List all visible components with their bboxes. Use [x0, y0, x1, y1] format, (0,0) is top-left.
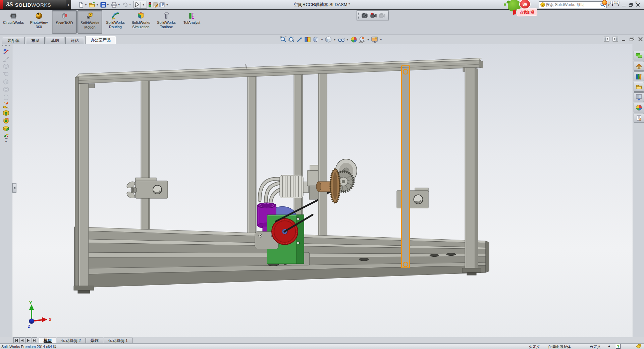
graphics-viewport[interactable]: Y X Z — [12, 44, 633, 337]
previous-view-icon[interactable] — [296, 36, 303, 43]
assembly-model[interactable] — [12, 44, 633, 337]
tab-model[interactable]: 模型 — [39, 338, 56, 343]
tab-motion-study-2[interactable]: 运动算例 2 — [57, 338, 86, 343]
chevron-down-icon[interactable]: ▼ — [346, 38, 349, 41]
tab-file-explorer[interactable] — [634, 82, 644, 92]
minimize-document-icon[interactable] — [621, 37, 626, 42]
addin-solidworks-toolbox[interactable]: SolidWorksToolbox — [154, 10, 179, 34]
edit-appearance-icon[interactable] — [350, 36, 358, 43]
mate-icon[interactable] — [2, 132, 10, 140]
addin-solidworks-motion[interactable]: SolidWorksMotion — [77, 10, 102, 34]
chevron-down-icon[interactable]: ▼ — [367, 38, 370, 41]
chevron-down-icon[interactable]: ▼ — [380, 38, 382, 41]
options-button[interactable]: ▼ — [159, 1, 170, 9]
snapshot-camera-icon[interactable] — [361, 12, 369, 19]
open-button[interactable]: ▼ — [89, 1, 100, 9]
chevron-down-icon[interactable]: ▼ — [142, 3, 145, 6]
3d-sketch-icon[interactable]: 3D — [2, 47, 10, 55]
view-settings-icon[interactable] — [371, 36, 378, 43]
tab-office-products[interactable]: 办公室产品 — [85, 36, 116, 44]
zoom-to-area-icon[interactable] — [288, 36, 295, 43]
toolbar-grip[interactable] — [358, 11, 360, 19]
addin-label2: 360 — [36, 25, 42, 29]
tab-resources[interactable] — [634, 61, 644, 71]
tab-forum[interactable] — [634, 51, 644, 60]
chevron-down-icon[interactable]: ▼ — [107, 3, 109, 6]
chevron-down-icon[interactable]: ▼ — [96, 3, 99, 6]
quick-tip-icon[interactable]: ? — [616, 344, 621, 349]
chevron-down-icon[interactable]: ▼ — [166, 3, 169, 6]
rebuild-button[interactable] — [148, 1, 152, 9]
screen-capture-toolbar — [357, 10, 389, 20]
undo-button[interactable]: ▼ — [122, 1, 133, 9]
section-view-icon[interactable] — [304, 36, 311, 43]
tab-assembly[interactable]: 装配体 — [2, 37, 25, 44]
exploded-view-icon[interactable] — [2, 124, 10, 132]
first-tab-button[interactable] — [13, 337, 19, 343]
tab-design-library[interactable] — [634, 71, 644, 81]
user-name: reeve — [609, 0, 619, 5]
file-properties-button[interactable] — [152, 1, 159, 9]
menu-expand-arrow[interactable]: ▶ — [66, 0, 71, 9]
tab-evaluate[interactable]: 评估 — [65, 37, 84, 44]
vertical-slide-bar-2[interactable] — [248, 77, 256, 233]
toolbar-overflow-chevron-icon[interactable]: ▼ — [0, 140, 12, 143]
brown-crown-gear[interactable] — [330, 169, 340, 203]
apply-scene-icon[interactable] — [358, 36, 366, 43]
tolanalyst-icon — [187, 11, 196, 20]
save-button[interactable]: ▼ — [100, 1, 111, 9]
tab-motion-study-1[interactable]: 运动算例 1 — [104, 338, 132, 343]
pane-left-icon[interactable] — [604, 37, 609, 42]
triad-z-label: Z — [28, 324, 30, 329]
finned-cylinder[interactable] — [280, 175, 309, 198]
addin-circuitworks[interactable]: CircuitWorks — [1, 10, 26, 34]
addin-solidworks-simulation[interactable]: SolidWorksSimulation — [128, 10, 153, 34]
help-search-box[interactable]: ? — [539, 1, 607, 8]
addin-tolanalyst[interactable]: TolAnalyst — [179, 10, 204, 34]
tag-icon[interactable] — [636, 344, 641, 349]
left-slider-block[interactable] — [126, 178, 168, 199]
view-orientation-icon[interactable] — [312, 36, 319, 43]
print-button[interactable]: ▼ — [111, 1, 122, 9]
tab-appearances[interactable] — [634, 103, 644, 112]
chevron-down-icon[interactable]: ▼ — [85, 3, 87, 6]
display-style-icon[interactable] — [325, 36, 332, 43]
tab-view-palette[interactable] — [634, 92, 644, 102]
tab-sketch[interactable]: 草图 — [46, 37, 64, 44]
tab-layout[interactable]: 布局 — [26, 37, 45, 44]
addin-photoview-360[interactable]: PhotoView360 — [26, 10, 51, 34]
zoom-to-fit-icon[interactable] — [280, 36, 287, 43]
selected-slide-bar[interactable] — [397, 66, 428, 268]
prev-tab-button[interactable] — [19, 337, 25, 343]
smart-fasteners-icon[interactable] — [2, 117, 10, 124]
vertical-slide-bar-4[interactable] — [318, 73, 327, 235]
next-tab-button[interactable] — [25, 337, 31, 343]
chevron-down-icon[interactable]: ▼ — [333, 38, 336, 41]
addin-scanto3d[interactable]: ScanTo3D — [52, 10, 77, 34]
tab-explode[interactable]: 爆炸 — [86, 338, 103, 343]
addin-solidworks-routing[interactable]: SolidWorksRouting — [103, 10, 128, 34]
toolbar-grip[interactable] — [2, 45, 10, 47]
feature-tree-splitter[interactable] — [12, 183, 16, 193]
frame-top-bar[interactable] — [76, 58, 483, 88]
custom-status-text[interactable]: 自定义 — [590, 344, 601, 349]
last-tab-button[interactable] — [32, 337, 37, 343]
restore-document-icon[interactable] — [629, 37, 635, 42]
record-video-icon[interactable] — [370, 12, 377, 19]
insert-component-icon[interactable] — [2, 109, 10, 116]
vertical-slide-bar-1[interactable] — [141, 81, 150, 229]
tab-custom-properties[interactable] — [634, 113, 644, 123]
isolate-icon[interactable] — [2, 101, 10, 109]
hide-show-items-icon[interactable] — [337, 36, 345, 43]
search-input[interactable] — [545, 2, 600, 7]
chevron-down-icon[interactable]: ▼ — [321, 38, 323, 41]
chevron-down-icon[interactable]: ▼ — [118, 3, 120, 6]
pane-right-icon[interactable] — [612, 37, 618, 42]
chevron-down-icon[interactable]: ▼ — [635, 1, 637, 4]
close-document-icon[interactable] — [638, 37, 643, 42]
circuitworks-icon — [9, 11, 18, 20]
select-tool-button[interactable]: ▼ — [133, 1, 147, 9]
new-document-button[interactable]: ▼ — [78, 1, 89, 9]
recorder-user-badge[interactable]: reeve ▼ — [602, 0, 637, 5]
status-expand-icon[interactable]: ▲ — [608, 344, 610, 347]
